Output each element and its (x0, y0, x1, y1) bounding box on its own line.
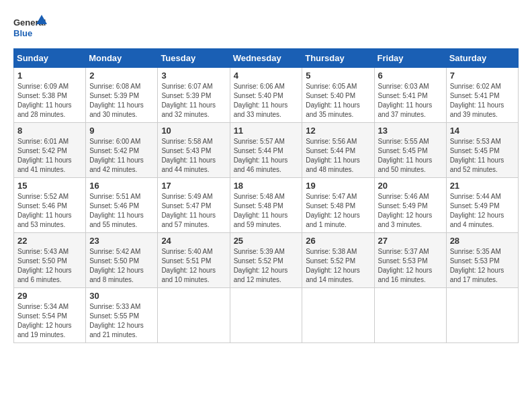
day-number: 25 (234, 236, 299, 246)
day-cell: 20 Sunrise: 5:46 AM Sunset: 5:49 PM Dayl… (374, 178, 446, 233)
day-info: Sunrise: 5:44 AM Sunset: 5:49 PM Dayligh… (450, 192, 515, 230)
day-cell: 23 Sunrise: 5:42 AM Sunset: 5:50 PM Dayl… (86, 233, 158, 288)
day-cell: 12 Sunrise: 5:56 AM Sunset: 5:44 PM Dayl… (302, 123, 374, 178)
day-info: Sunrise: 6:01 AM Sunset: 5:42 PM Dayligh… (17, 137, 82, 175)
day-cell: 18 Sunrise: 5:48 AM Sunset: 5:48 PM Dayl… (230, 178, 302, 233)
day-number: 26 (306, 236, 370, 246)
header-cell-saturday: Saturday (446, 49, 518, 68)
header-cell-wednesday: Wednesday (230, 49, 302, 68)
header-cell-sunday: Sunday (14, 49, 86, 68)
week-row-1: 1 Sunrise: 6:09 AM Sunset: 5:38 PM Dayli… (14, 68, 519, 123)
day-number: 3 (161, 71, 226, 81)
day-cell: 26 Sunrise: 5:38 AM Sunset: 5:52 PM Dayl… (302, 233, 374, 288)
day-info: Sunrise: 6:08 AM Sunset: 5:39 PM Dayligh… (89, 82, 154, 120)
day-info: Sunrise: 5:39 AM Sunset: 5:52 PM Dayligh… (234, 247, 299, 285)
day-info: Sunrise: 5:57 AM Sunset: 5:44 PM Dayligh… (234, 137, 299, 175)
day-info: Sunrise: 5:40 AM Sunset: 5:51 PM Dayligh… (161, 247, 226, 285)
day-info: Sunrise: 5:53 AM Sunset: 5:45 PM Dayligh… (450, 137, 515, 175)
day-number: 18 (234, 181, 299, 191)
day-number: 30 (89, 291, 154, 301)
day-cell: 7 Sunrise: 6:02 AM Sunset: 5:41 PM Dayli… (446, 68, 518, 123)
logo: General Blue (13, 13, 47, 42)
day-number: 20 (378, 181, 443, 191)
day-cell: 29 Sunrise: 5:34 AM Sunset: 5:54 PM Dayl… (14, 288, 86, 343)
day-cell: 11 Sunrise: 5:57 AM Sunset: 5:44 PM Dayl… (230, 123, 302, 178)
day-cell: 25 Sunrise: 5:39 AM Sunset: 5:52 PM Dayl… (230, 233, 302, 288)
day-number: 10 (161, 126, 226, 136)
day-info: Sunrise: 6:09 AM Sunset: 5:38 PM Dayligh… (17, 82, 82, 120)
day-info: Sunrise: 5:33 AM Sunset: 5:55 PM Dayligh… (89, 302, 154, 340)
day-cell: 4 Sunrise: 6:06 AM Sunset: 5:40 PM Dayli… (230, 68, 302, 123)
day-cell (446, 288, 518, 343)
header-cell-friday: Friday (374, 49, 446, 68)
day-info: Sunrise: 5:47 AM Sunset: 5:48 PM Dayligh… (306, 192, 370, 230)
day-number: 13 (378, 126, 443, 136)
day-number: 23 (89, 236, 154, 246)
day-number: 9 (89, 126, 154, 136)
day-cell: 5 Sunrise: 6:05 AM Sunset: 5:40 PM Dayli… (302, 68, 374, 123)
day-number: 21 (450, 181, 515, 191)
day-cell: 30 Sunrise: 5:33 AM Sunset: 5:55 PM Dayl… (86, 288, 158, 343)
day-info: Sunrise: 5:42 AM Sunset: 5:50 PM Dayligh… (89, 247, 154, 285)
logo-svg: General Blue (13, 13, 47, 42)
week-row-5: 29 Sunrise: 5:34 AM Sunset: 5:54 PM Dayl… (14, 288, 519, 343)
day-info: Sunrise: 5:48 AM Sunset: 5:48 PM Dayligh… (234, 192, 299, 230)
day-info: Sunrise: 5:35 AM Sunset: 5:53 PM Dayligh… (450, 247, 515, 285)
day-info: Sunrise: 5:51 AM Sunset: 5:46 PM Dayligh… (89, 192, 154, 230)
header-row: SundayMondayTuesdayWednesdayThursdayFrid… (14, 49, 519, 68)
day-cell: 27 Sunrise: 5:37 AM Sunset: 5:53 PM Dayl… (374, 233, 446, 288)
day-cell (230, 288, 302, 343)
day-cell: 13 Sunrise: 5:55 AM Sunset: 5:45 PM Dayl… (374, 123, 446, 178)
day-number: 19 (306, 181, 370, 191)
day-cell: 22 Sunrise: 5:43 AM Sunset: 5:50 PM Dayl… (14, 233, 86, 288)
day-info: Sunrise: 5:56 AM Sunset: 5:44 PM Dayligh… (306, 137, 370, 175)
day-info: Sunrise: 6:05 AM Sunset: 5:40 PM Dayligh… (306, 82, 370, 120)
day-number: 22 (17, 236, 82, 246)
day-cell: 9 Sunrise: 6:00 AM Sunset: 5:42 PM Dayli… (86, 123, 158, 178)
day-cell: 14 Sunrise: 5:53 AM Sunset: 5:45 PM Dayl… (446, 123, 518, 178)
day-cell (302, 288, 374, 343)
day-cell: 6 Sunrise: 6:03 AM Sunset: 5:41 PM Dayli… (374, 68, 446, 123)
header-cell-thursday: Thursday (302, 49, 374, 68)
day-info: Sunrise: 5:55 AM Sunset: 5:45 PM Dayligh… (378, 137, 443, 175)
svg-text:Blue: Blue (13, 28, 32, 38)
day-cell: 28 Sunrise: 5:35 AM Sunset: 5:53 PM Dayl… (446, 233, 518, 288)
day-info: Sunrise: 6:02 AM Sunset: 5:41 PM Dayligh… (450, 82, 515, 120)
day-cell (374, 288, 446, 343)
day-number: 16 (89, 181, 154, 191)
day-number: 29 (17, 291, 82, 301)
day-cell: 8 Sunrise: 6:01 AM Sunset: 5:42 PM Dayli… (14, 123, 86, 178)
day-info: Sunrise: 6:07 AM Sunset: 5:39 PM Dayligh… (161, 82, 226, 120)
day-cell: 21 Sunrise: 5:44 AM Sunset: 5:49 PM Dayl… (446, 178, 518, 233)
day-cell: 10 Sunrise: 5:58 AM Sunset: 5:43 PM Dayl… (158, 123, 230, 178)
day-info: Sunrise: 5:34 AM Sunset: 5:54 PM Dayligh… (17, 302, 82, 340)
day-number: 24 (161, 236, 226, 246)
day-number: 28 (450, 236, 515, 246)
day-number: 11 (234, 126, 299, 136)
day-number: 1 (17, 71, 82, 81)
day-number: 15 (17, 181, 82, 191)
day-cell: 19 Sunrise: 5:47 AM Sunset: 5:48 PM Dayl… (302, 178, 374, 233)
day-cell: 1 Sunrise: 6:09 AM Sunset: 5:38 PM Dayli… (14, 68, 86, 123)
day-number: 2 (89, 71, 154, 81)
day-info: Sunrise: 5:43 AM Sunset: 5:50 PM Dayligh… (17, 247, 82, 285)
day-info: Sunrise: 5:37 AM Sunset: 5:53 PM Dayligh… (378, 247, 443, 285)
day-info: Sunrise: 6:00 AM Sunset: 5:42 PM Dayligh… (89, 137, 154, 175)
page-container: General Blue SundayMondayTuesdayWednesda… (13, 13, 519, 343)
day-number: 4 (234, 71, 299, 81)
day-info: Sunrise: 5:49 AM Sunset: 5:47 PM Dayligh… (161, 192, 226, 230)
week-row-4: 22 Sunrise: 5:43 AM Sunset: 5:50 PM Dayl… (14, 233, 519, 288)
header-cell-monday: Monday (86, 49, 158, 68)
day-info: Sunrise: 6:06 AM Sunset: 5:40 PM Dayligh… (234, 82, 299, 120)
week-row-3: 15 Sunrise: 5:52 AM Sunset: 5:46 PM Dayl… (14, 178, 519, 233)
day-cell: 16 Sunrise: 5:51 AM Sunset: 5:46 PM Dayl… (86, 178, 158, 233)
day-number: 17 (161, 181, 226, 191)
day-info: Sunrise: 5:58 AM Sunset: 5:43 PM Dayligh… (161, 137, 226, 175)
day-cell: 3 Sunrise: 6:07 AM Sunset: 5:39 PM Dayli… (158, 68, 230, 123)
day-number: 14 (450, 126, 515, 136)
calendar-table: SundayMondayTuesdayWednesdayThursdayFrid… (13, 48, 519, 343)
day-number: 7 (450, 71, 515, 81)
day-info: Sunrise: 5:38 AM Sunset: 5:52 PM Dayligh… (306, 247, 370, 285)
day-number: 12 (306, 126, 370, 136)
day-number: 6 (378, 71, 443, 81)
